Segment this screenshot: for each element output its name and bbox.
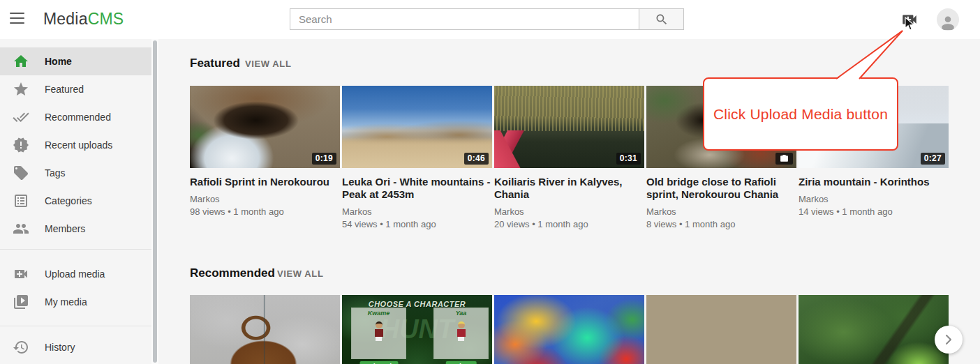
media-title[interactable]: Ziria mountain - Korinthos	[799, 176, 949, 188]
duration-badge: 0:31	[616, 153, 641, 165]
game-character-sprite	[374, 321, 384, 341]
video-thumbnail[interactable]	[494, 295, 644, 364]
video-thumbnail[interactable]: 0:31	[494, 86, 644, 168]
media-author[interactable]: Markos	[342, 206, 492, 217]
sidebar-item-label: Recent uploads	[45, 139, 112, 151]
sidebar-item-recent-uploads[interactable]: Recent uploads	[0, 131, 151, 159]
logo-media: Media	[43, 10, 88, 28]
star-icon	[13, 81, 29, 98]
search-input[interactable]	[290, 8, 639, 30]
sidebar: Home Featured Recommended Recent uploads…	[0, 39, 151, 364]
media-author[interactable]: Markos	[646, 206, 796, 217]
game-character-sprite	[456, 321, 466, 341]
done-all-icon	[13, 109, 29, 126]
game-character-panel: Yaa Select	[433, 308, 489, 359]
sidebar-item-upload-media[interactable]: Upload media	[0, 260, 151, 288]
media-title[interactable]: Rafioli Sprint in Nerokourou	[190, 176, 340, 188]
sidebar-item-label: Recommended	[45, 112, 111, 123]
video-thumbnail[interactable]: 0:46	[342, 86, 492, 168]
person-icon	[939, 13, 957, 31]
sidebar-item-label: Home	[45, 56, 72, 67]
mediacms-app: MediaCMS Home Featured Recommended Recen…	[0, 0, 980, 364]
video-thumbnail[interactable]: 0:19	[190, 86, 340, 168]
media-meta: 98 views • 1 month ago	[190, 206, 340, 217]
upload-media-button[interactable]	[900, 10, 919, 29]
sidebar-item-tags[interactable]: Tags	[0, 159, 151, 187]
media-meta: 54 views • 1 month ago	[342, 219, 492, 229]
media-card[interactable]: CHOOSE A CHARACTER HUNT Kwame Selected Y…	[342, 295, 492, 364]
carousel-next-button[interactable]	[935, 326, 963, 354]
logo[interactable]: MediaCMS	[43, 10, 124, 29]
annotation-text: Click Upload Media button	[713, 106, 888, 123]
image-type-badge	[775, 153, 793, 165]
video-thumbnail[interactable]	[646, 295, 796, 364]
media-meta: 8 views • 1 month ago	[646, 219, 796, 229]
video-thumbnail[interactable]	[799, 295, 949, 364]
home-icon	[13, 53, 29, 70]
top-bar: MediaCMS	[0, 0, 980, 39]
sidebar-divider	[0, 326, 151, 326]
media-title[interactable]: Old bridge close to Rafioli sprint, Nero…	[646, 176, 796, 201]
sidebar-scrollbar-thumb[interactable]	[153, 40, 157, 363]
sidebar-item-label: Categories	[45, 195, 92, 206]
user-avatar[interactable]	[937, 8, 959, 31]
media-card[interactable]: 0:19 Rafioli Sprint in Nerokourou Markos…	[190, 86, 340, 229]
people-icon	[13, 220, 29, 237]
sidebar-item-home[interactable]: Home	[0, 47, 151, 75]
sidebar-item-label: Tags	[45, 167, 66, 179]
media-card[interactable]	[494, 295, 644, 364]
sidebar-item-label: Members	[45, 223, 85, 234]
sidebar-item-label: Featured	[45, 84, 84, 95]
sidebar-item-history[interactable]: History	[0, 333, 151, 361]
sidebar-item-label: My media	[45, 296, 87, 308]
game-select-button: Select	[445, 361, 477, 364]
section-title-recommended: Recommended	[190, 266, 275, 280]
sidebar-scrollbar-track[interactable]	[151, 39, 158, 364]
sidebar-item-my-media[interactable]: My media	[0, 288, 151, 316]
game-character-panel: Kwame Selected	[351, 308, 406, 359]
media-meta: 20 views • 1 month ago	[494, 219, 644, 229]
sidebar-item-categories[interactable]: Categories	[0, 187, 151, 215]
media-meta: 14 views • 1 month ago	[799, 206, 949, 217]
sidebar-item-members[interactable]: Members	[0, 215, 151, 243]
sidebar-item-recommended[interactable]: Recommended	[0, 103, 151, 131]
sidebar-divider	[0, 249, 151, 250]
logo-cms: CMS	[88, 10, 124, 28]
new-releases-icon	[13, 137, 29, 153]
video-call-icon	[13, 266, 29, 282]
media-card[interactable]	[190, 295, 340, 364]
media-author[interactable]: Markos	[799, 194, 949, 204]
view-all-recommended-link[interactable]: VIEW ALL	[277, 268, 323, 279]
sidebar-item-featured[interactable]: Featured	[0, 75, 151, 103]
history-icon	[13, 339, 29, 356]
categories-icon	[13, 192, 29, 209]
video-call-icon	[900, 10, 919, 29]
sidebar-item-label: Upload media	[45, 268, 105, 280]
sidebar-item-label: History	[45, 342, 75, 353]
media-card[interactable]: 0:46 Leuka Ori - White mountains - Peak …	[342, 86, 492, 229]
annotation-callout: Click Upload Media button	[703, 77, 898, 151]
tag-icon	[13, 165, 29, 181]
video-thumbnail[interactable]	[190, 295, 340, 364]
chevron-right-icon	[944, 333, 953, 346]
duration-badge: 0:46	[464, 153, 489, 165]
media-card[interactable]: 0:31 Koiliaris River in Kalyves, Chania …	[494, 86, 644, 229]
media-card[interactable]	[646, 295, 796, 364]
duration-badge: 0:27	[921, 153, 945, 165]
game-character-name: Kwame	[352, 310, 406, 317]
media-title[interactable]: Leuka Ori - White mountains - Peak at 24…	[342, 176, 492, 201]
video-library-icon	[13, 294, 29, 310]
search-button[interactable]	[639, 8, 684, 30]
view-all-featured-link[interactable]: VIEW ALL	[245, 59, 291, 69]
game-selected-button: Selected	[359, 361, 398, 364]
search-icon	[655, 13, 669, 26]
media-title[interactable]: Koiliaris River in Kalyves, Chania	[494, 176, 644, 201]
menu-icon[interactable]	[10, 13, 27, 26]
media-card[interactable]	[799, 295, 949, 364]
media-author[interactable]: Markos	[494, 206, 644, 217]
game-character-name: Yaa	[434, 310, 488, 317]
media-author[interactable]: Markos	[190, 194, 340, 204]
video-thumbnail[interactable]: CHOOSE A CHARACTER HUNT Kwame Selected Y…	[342, 295, 492, 364]
section-title-featured: Featured	[190, 56, 240, 70]
camera-icon	[780, 154, 789, 163]
